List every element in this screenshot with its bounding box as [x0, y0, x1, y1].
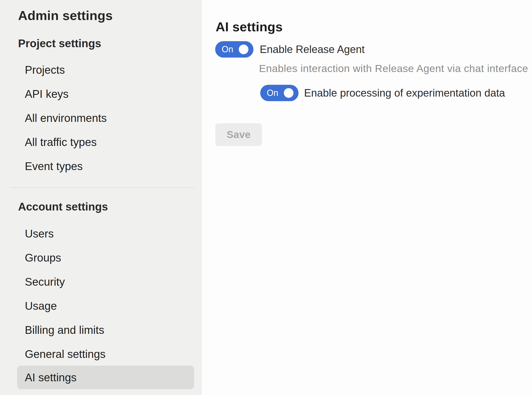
enable-release-agent-label: Enable Release Agent	[260, 43, 365, 56]
settings-sidebar: Admin settings Project settings Projects…	[0, 0, 202, 395]
sidebar-item-projects[interactable]: Projects	[25, 63, 65, 77]
sidebar-item-ai-settings[interactable]: AI settings	[17, 366, 194, 389]
save-button[interactable]: Save	[215, 123, 262, 146]
sidebar-item-api-keys[interactable]: API keys	[25, 87, 69, 101]
sidebar-item-security[interactable]: Security	[25, 275, 65, 289]
sidebar-item-event-types[interactable]: Event types	[25, 159, 83, 173]
sidebar-title: Admin settings	[18, 8, 113, 23]
sidebar-item-users[interactable]: Users	[25, 227, 54, 240]
toggle-state-label: On	[222, 41, 233, 58]
ai-settings-panel: AI settings On Enable Release Agent Enab…	[202, 0, 532, 395]
page-title: AI settings	[216, 20, 283, 34]
section-header-project-settings: Project settings	[18, 37, 101, 50]
sidebar-item-ai-settings-label: AI settings	[25, 366, 77, 389]
toggle-state-label: On	[267, 85, 278, 101]
sidebar-item-usage[interactable]: Usage	[25, 299, 57, 313]
sidebar-item-all-environments[interactable]: All environments	[25, 111, 107, 125]
sidebar-item-general-settings[interactable]: General settings	[25, 347, 106, 361]
toggle-knob	[284, 88, 293, 98]
sidebar-item-all-traffic-types[interactable]: All traffic types	[25, 135, 97, 149]
sidebar-item-groups[interactable]: Groups	[25, 251, 61, 264]
release-agent-description: Enables interaction with Release Agent v…	[259, 62, 528, 75]
enable-release-agent-toggle[interactable]: On	[215, 41, 253, 58]
enable-experimentation-data-label: Enable processing of experimentation dat…	[304, 86, 505, 99]
sidebar-item-billing-and-limits[interactable]: Billing and limits	[25, 323, 104, 337]
sidebar-section-divider	[10, 187, 194, 188]
toggle-knob	[239, 45, 248, 54]
enable-experimentation-data-toggle[interactable]: On	[260, 85, 299, 101]
admin-settings-page: Admin settings Project settings Projects…	[0, 0, 532, 395]
section-header-account-settings: Account settings	[18, 200, 108, 213]
